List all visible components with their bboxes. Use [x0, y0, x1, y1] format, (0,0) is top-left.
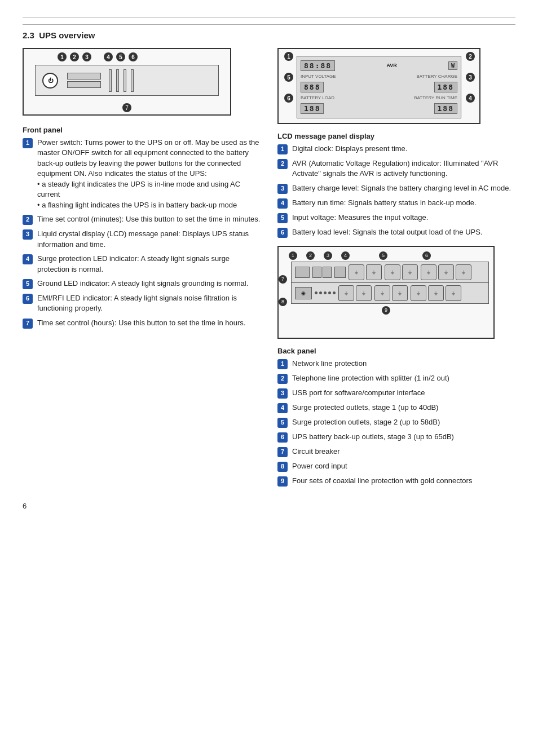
bp-badge-2: 2 [277, 374, 288, 384]
fp-num-7-position: 7 [122, 103, 131, 112]
fp-badge-2: 2 [23, 215, 33, 225]
fp-body: ⏻ [35, 65, 219, 96]
bp-text-6: UPS battery back-up outlets, stage 3 (up… [292, 432, 454, 442]
section-header: 2.3 UPS overview [23, 17, 515, 40]
bp-r2-outlet-1a: ⏚ [338, 285, 354, 301]
lcd-avr-label: AVR [386, 63, 396, 68]
front-panel-item-2: 2 Time set control (minutes): Use this b… [23, 214, 261, 225]
bp-side-num-7: 7 [279, 275, 287, 284]
right-column: 1 2 3 4 5 6 88:88 AVR W INPUT VOLTAGE BA… [277, 48, 515, 490]
bp-text-1: Network line protection [292, 359, 367, 369]
lcd-item-1: 1 Digital clock: Displays present time. [277, 144, 515, 154]
fp-num-6: 6 [129, 52, 138, 61]
back-panel-item-9: 9 Four sets of coaxial line protection w… [277, 476, 515, 487]
bp-diag-num-7-left: 7 [279, 275, 287, 284]
bp-diag-num-5: 5 [379, 251, 387, 260]
bp-tel-ports [312, 267, 332, 278]
lcd-clock-seg: 88:88 [301, 60, 335, 71]
front-panel-item-1: 1 Power switch: Turns power to the UPS o… [23, 138, 261, 210]
fp-lcd-rect2 [67, 81, 101, 88]
bp-outlet-1a: ⏚ [349, 264, 364, 280]
bp-diag-num-1: 1 [289, 251, 297, 260]
lcd-input-label: INPUT VOLTAGE [301, 74, 336, 79]
fp-text-4: Surge protection LED indicator: A steady… [37, 254, 261, 275]
front-panel-item-3: 3 Liquid crystal display (LCD) message p… [23, 229, 261, 250]
bp-row2-outlets1: ⏚ ⏚ [338, 285, 372, 301]
bp-stage1-outlets: ⏚ ⏚ [349, 264, 382, 280]
fp-power-switch: ⏻ [42, 73, 58, 89]
lcd-panel-label: LCD message panel display [277, 132, 515, 140]
lcd-badge-6: 6 [277, 228, 288, 238]
bp-badge-6: 6 [277, 432, 288, 443]
lcd-diag-num-1: 1 [284, 52, 293, 61]
bp-diag-num-3: 3 [324, 251, 332, 260]
fp-text-5: Ground LED indicator: A steady light sig… [37, 278, 248, 289]
bp-text-3: USB port for software/computer interface [292, 388, 425, 398]
bp-dots-row [315, 291, 336, 294]
fp-num-1: 1 [58, 52, 67, 61]
front-panel-diagram: 1 2 3 4 5 6 ⏻ [23, 48, 231, 116]
fp-line-4 [131, 69, 134, 92]
fp-num-2: 2 [70, 52, 79, 61]
bp-stage2-outlets: ⏚ ⏚ [385, 264, 418, 280]
fp-text-6: EMI/RFI LED indicator: A steady light si… [37, 293, 261, 314]
bp-outlet-2b: ⏚ [402, 264, 418, 280]
back-panel-item-4: 4 Surge protected outlets, stage 1 (up t… [277, 403, 515, 413]
bp-text-5: Surge protection outlets, stage 2 (up to… [292, 417, 440, 427]
fp-display-area [67, 73, 101, 88]
lcd-diag-num-6: 6 [284, 94, 293, 103]
bp-bottom-num-row: 9 [283, 306, 489, 315]
lcd-text-2: AVR (Automatic Voltage Regulation) indic… [292, 158, 515, 179]
back-panel-item-6: 6 UPS battery back-up outlets, stage 3 (… [277, 432, 515, 443]
bp-badge-7: 7 [277, 447, 288, 457]
fp-led-lines [109, 69, 134, 92]
lcd-inner: 88:88 AVR W INPUT VOLTAGE BATTERY CHARGE… [297, 56, 461, 118]
front-panel-item-7: 7 Time set control (hours): Use this but… [23, 318, 261, 329]
bp-badge-9: 9 [277, 476, 288, 487]
front-panel-list: 1 Power switch: Turns power to the UPS o… [23, 138, 261, 329]
lcd-row-1: 88:88 AVR W [301, 60, 457, 71]
lcd-badge-2: 2 [277, 159, 288, 169]
bp-r2-outlet-3b: ⏚ [428, 285, 444, 301]
front-panel-item-5: 5 Ground LED indicator: A steady light s… [23, 278, 261, 289]
fp-badge-4: 4 [23, 254, 33, 264]
fp-text-7: Time set control (hours): Use this butto… [37, 318, 245, 328]
fp-num-7: 7 [122, 103, 131, 112]
bp-dot-3 [324, 291, 327, 294]
lcd-bat-charge-label: BATTERY CHARGE [417, 74, 457, 79]
bp-badge-3: 3 [277, 388, 288, 399]
bp-row-2: ◉ ⏚ ⏚ ⏚ ⏚ ⏚ [291, 283, 489, 304]
bp-outlet-2a: ⏚ [385, 264, 400, 280]
lcd-item-4: 4 Battery run time: Signals battery stat… [277, 198, 515, 209]
bp-badge-4: 4 [277, 403, 288, 413]
bp-outlet-1b: ⏚ [366, 264, 382, 280]
bp-network-port [295, 267, 310, 278]
bp-text-8: Power cord input [292, 461, 347, 471]
bp-r2-outlet-1b: ⏚ [356, 285, 372, 301]
bp-diag-num-6: 6 [422, 251, 431, 260]
lcd-diag-num-5: 5 [284, 73, 293, 82]
bp-row-1: ⏚ ⏚ ⏚ ⏚ ⏚ ⏚ ⏚ [291, 262, 489, 283]
fp-badge-6: 6 [23, 294, 33, 304]
bp-tel-port-in [312, 267, 321, 278]
back-panel-item-1: 1 Network line protection [277, 359, 515, 369]
bp-outlet-3b: ⏚ [438, 264, 454, 280]
lcd-row-5: 188 188 [301, 103, 457, 114]
bp-r2-outlet-2a: ⏚ [374, 285, 390, 301]
fp-text-3: Liquid crystal display (LCD) message pan… [37, 229, 261, 250]
fp-badge-5: 5 [23, 279, 33, 289]
fp-text-1: Power switch: Turns power to the UPS on … [37, 138, 261, 210]
lcd-diag-num-3: 3 [466, 73, 475, 82]
page-number: 6 [23, 502, 515, 510]
fp-line-2 [116, 69, 119, 92]
bp-breaker: ◉ [295, 287, 312, 299]
bp-badge-8: 8 [277, 462, 288, 472]
lcd-voltage-seg: 888 [301, 82, 324, 92]
bp-text-4: Surge protected outlets, stage 1 (up to … [292, 403, 438, 413]
front-panel-label: Front panel [23, 126, 261, 134]
lcd-bat-runtime-label: BATTERY RUN TIME [414, 95, 457, 100]
bp-dot-5 [333, 291, 336, 294]
fp-line-1 [109, 69, 112, 92]
back-panel-item-7: 7 Circuit breaker [277, 446, 515, 457]
bp-r2-outlet-3c: ⏚ [446, 285, 461, 301]
